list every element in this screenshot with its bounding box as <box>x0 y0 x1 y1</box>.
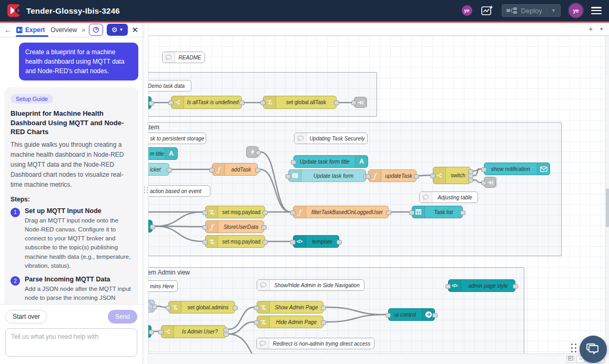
input-port[interactable] <box>481 167 486 172</box>
scrollbar-thumb[interactable] <box>606 188 609 227</box>
input-port[interactable] <box>166 306 171 310</box>
comment-action-based-on-event[interactable]: action based on event <box>148 185 210 197</box>
input-port[interactable] <box>202 240 208 245</box>
output-port[interactable] <box>149 101 154 106</box>
node-set-global-alltask[interactable]: set global.allTask <box>263 96 337 109</box>
node-set-msg-payload-1[interactable]: set msg.payload <box>205 206 265 218</box>
node-events-source[interactable] <box>148 220 153 232</box>
flow-canvas[interactable]: ystemstem Admin viewREADMEDemo task data… <box>148 36 609 353</box>
node-filtertask[interactable]: ƒfilterTaskBasedOnLoggedUser <box>293 206 389 218</box>
node-task-list[interactable]: Task list <box>412 206 463 218</box>
node-is-alltask-undefined[interactable]: Is allTask is undefined <box>171 96 242 109</box>
comment-adjusting-table[interactable]: Adjusting table <box>419 191 478 203</box>
chat-fab-button[interactable] <box>580 336 607 363</box>
input-port[interactable] <box>430 174 435 178</box>
back-arrow-icon[interactable]: ← <box>4 26 12 34</box>
wire[interactable] <box>155 226 202 241</box>
comment-show-hide-admin[interactable]: Show/Hide Admin in Side Navigation <box>257 279 364 291</box>
output-port[interactable] <box>256 150 261 155</box>
output-port[interactable] <box>432 313 438 318</box>
wire[interactable] <box>157 306 166 307</box>
input-port[interactable] <box>286 174 291 179</box>
node-storeuserdata[interactable]: ƒStoreUserData <box>205 220 264 233</box>
output-port[interactable] <box>414 174 419 179</box>
comment-admins-here[interactable]: mins Here <box>148 280 178 292</box>
input-port[interactable] <box>168 100 174 105</box>
node-update-task-form-title[interactable]: Update task form titleA <box>293 155 368 168</box>
node-ui-control[interactable]: ui control <box>388 308 435 321</box>
wire[interactable] <box>326 315 385 322</box>
output-port[interactable] <box>262 210 268 215</box>
comment-persistent-storage[interactable]: sk to persistent storage <box>148 133 206 144</box>
output-port[interactable] <box>149 330 154 335</box>
input-port[interactable] <box>385 313 391 318</box>
pipeline-ai-icon[interactable] <box>481 5 493 16</box>
navigator-button[interactable] <box>566 356 575 363</box>
input-port[interactable] <box>202 225 208 230</box>
output-port[interactable] <box>224 332 229 337</box>
output-port[interactable] <box>468 178 473 183</box>
output-port[interactable] <box>334 100 339 105</box>
help-input[interactable] <box>5 328 137 357</box>
input-port[interactable] <box>291 160 296 165</box>
tab-overview[interactable]: Overview <box>49 23 78 37</box>
input-port[interactable] <box>158 330 164 335</box>
output-port[interactable] <box>255 168 260 173</box>
input-port[interactable] <box>290 210 296 215</box>
wire[interactable] <box>155 212 202 226</box>
panel-resize-handle[interactable] <box>143 23 148 364</box>
more-tabs-chevron-icon[interactable]: » <box>82 26 85 34</box>
flowfuse-logo-icon[interactable] <box>7 4 20 17</box>
comment-redirect-non-admin[interactable]: Redirect is non-admin trying direct acce… <box>256 338 374 349</box>
flow-list-caret-icon[interactable]: ▾ <box>600 26 603 32</box>
input-port[interactable] <box>351 100 357 105</box>
output-port[interactable] <box>386 210 391 215</box>
close-panel-icon[interactable]: ✕ <box>131 25 138 35</box>
node-switch[interactable]: switch <box>433 167 471 184</box>
tab-expert[interactable]: Expert <box>15 23 46 37</box>
node-is-admin-user[interactable]: Is Admin User? <box>161 325 226 338</box>
input-port[interactable] <box>202 210 208 215</box>
output-port[interactable] <box>167 168 172 173</box>
avatar-small[interactable]: ye <box>462 5 472 16</box>
start-over-button[interactable]: Start over <box>5 310 47 323</box>
input-port[interactable] <box>254 306 259 310</box>
output-port[interactable] <box>460 210 465 215</box>
input-port[interactable] <box>290 240 296 245</box>
node-demo-source[interactable] <box>148 96 151 109</box>
node-addtask[interactable]: ƒaddTask <box>212 163 258 176</box>
node-set-global-admins[interactable]: set global.admins <box>168 301 235 314</box>
pie-chart-button[interactable] <box>89 24 103 36</box>
avatar-large[interactable]: ye <box>569 4 583 17</box>
output-port[interactable] <box>150 225 155 229</box>
output-port[interactable] <box>262 240 268 245</box>
input-port[interactable] <box>481 180 486 185</box>
add-flow-button[interactable]: + <box>588 25 593 33</box>
chat-scroll-area[interactable]: Create a blueprint for a machine health … <box>0 37 143 304</box>
input-port[interactable] <box>254 320 259 325</box>
node-show-notification[interactable]: show notification <box>484 163 550 175</box>
output-port[interactable] <box>232 306 238 310</box>
node-updatetask[interactable]: ƒupdateTask <box>368 169 417 182</box>
node-show-admin-page[interactable]: Show Admin Page <box>257 301 323 314</box>
wire[interactable] <box>473 180 481 183</box>
node-set-msg-payload-2[interactable]: set msg.payload <box>205 235 265 248</box>
wire[interactable] <box>261 152 290 212</box>
output-port[interactable] <box>321 320 326 325</box>
wire[interactable] <box>419 175 430 176</box>
wire[interactable] <box>326 307 385 315</box>
output-port[interactable] <box>261 225 267 230</box>
hamburger-menu-icon[interactable] <box>591 7 602 14</box>
node-admin-page-style[interactable]: </>admin page style <box>448 279 515 292</box>
canvas-vertical-scrollbar[interactable] <box>605 36 609 353</box>
input-port[interactable] <box>209 168 215 173</box>
output-port[interactable] <box>337 240 342 245</box>
output-port[interactable] <box>239 100 245 105</box>
fab-drag-handle[interactable] <box>571 343 576 352</box>
node-disabled-inject[interactable] <box>148 300 155 312</box>
node-ticket-clipped[interactable]: icket <box>148 163 169 176</box>
node-link-out-1[interactable] <box>354 97 367 108</box>
deploy-caret-icon[interactable]: ▼ <box>546 8 556 13</box>
node-template[interactable]: </>template <box>293 235 339 248</box>
input-port[interactable] <box>260 100 266 105</box>
